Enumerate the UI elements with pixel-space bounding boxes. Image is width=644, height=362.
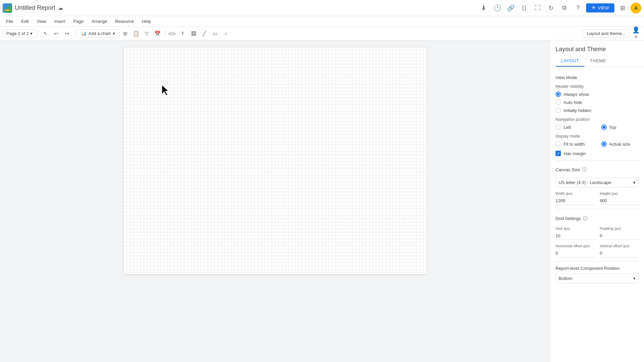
padding-value[interactable]: 0 [600,232,639,240]
undo-btn[interactable]: ↩ [51,29,62,39]
cloud-save-icon[interactable]: ☁ [58,5,63,11]
grid-size-value[interactable]: 10 [556,232,595,240]
canvas-size-label: Canvas Size [556,167,580,172]
menu-view[interactable]: View [33,17,49,25]
radio-always-show[interactable]: Always show [556,92,639,97]
apps-icon[interactable]: ⊞ [617,3,628,13]
v-offset-value[interactable]: 0 [600,249,639,257]
top-right-controls: ⬇ 🕐 🔗 ⟨⟩ ⛶ ↻ ⧉ ? 👁 VIEW ⊞ A [478,3,641,13]
radio-auto-hide[interactable]: Auto hide [556,100,639,105]
h-offset-value[interactable]: 0 [556,249,595,257]
view-icon: 👁 [592,5,596,10]
rect-btn[interactable]: ▭ [210,29,220,39]
avatar[interactable]: A [631,3,641,13]
radio-auto-hide-circle [556,100,561,105]
layout-theme-btn[interactable]: Layout and theme... [582,29,630,38]
canvas-size-select[interactable]: US letter (4:3) - Landscape ▾ [556,178,639,187]
height-value[interactable]: 900 [600,197,639,205]
select-tool[interactable]: ↖ [41,29,51,39]
menu-file[interactable]: File [3,17,16,25]
top-bar: Untitled Report ☁ ⬇ 🕐 🔗 ⟨⟩ ⛶ ↻ ⧉ ? 👁 VIE… [0,0,644,16]
display-mode-label: Display mode [556,134,639,139]
menu-insert[interactable]: Insert [51,17,69,25]
radio-fit-width[interactable]: Fit to width [556,141,593,147]
page-selector-chevron: ▾ [30,31,33,36]
menu-resource[interactable]: Resource [112,17,137,25]
svg-rect-1 [7,7,10,9]
chart-icon: 📊 [81,31,86,36]
add-chart-btn[interactable]: 📊 Add a chart ▾ [77,29,120,38]
component-position-label: Report-level Component Position [556,266,639,271]
panel-body: View Mode Header visibility Always show … [550,67,644,293]
embed-code-btn[interactable]: </> [167,29,177,39]
help-icon[interactable]: ? [573,3,583,13]
view-button[interactable]: 👁 VIEW [586,3,614,12]
add-chart-chevron: ▾ [113,31,115,36]
history-icon[interactable]: 🕐 [492,3,503,13]
app-logo [3,3,12,13]
radio-nav-left-circle [556,124,561,130]
download-icon[interactable]: ⬇ [478,3,489,13]
date-range-btn[interactable]: 📅 [152,29,163,39]
link-icon[interactable]: 🔗 [505,3,516,13]
has-margin-option[interactable]: Has margin [556,151,639,156]
h-offset-label: Horizontal offset (px) [556,244,595,248]
radio-auto-hide-label: Auto hide [564,100,582,105]
radio-fit-width-label: Fit to width [564,142,585,147]
divider-grid [556,209,639,209]
refresh-icon[interactable]: ↻ [546,3,557,13]
line-btn[interactable]: ╱ [199,29,209,39]
radio-nav-left[interactable]: Left [556,124,593,130]
radio-initially-hidden-label: Initially hidden [564,108,591,113]
svg-marker-3 [162,85,169,96]
header-visibility-group: Always show Auto hide Initially hidden [556,92,639,113]
menu-page[interactable]: Page [70,17,87,25]
canvas-dimensions-row: Width (px) 1200 Height (px) 900 [556,191,639,205]
svg-rect-0 [5,5,7,9]
radio-nav-top[interactable]: Top [601,124,639,130]
radio-actual-size[interactable]: Actual size [601,141,639,147]
height-group: Height (px) 900 [600,191,639,205]
divider-3 [165,30,165,38]
panel-title: Layout and Theme [550,40,644,56]
menu-bar: File Edit View Insert Page Arrange Resou… [0,16,644,27]
scorecard-btn[interactable]: 📋 [131,29,141,39]
menu-edit[interactable]: Edit [18,17,32,25]
circle-btn[interactable]: ○ [221,29,231,39]
canvas-area[interactable]: ▲ [0,40,550,362]
grid-size-group: Size (px) 10 [556,226,595,240]
width-value[interactable]: 1200 [556,197,595,205]
fullscreen-icon[interactable]: ⛶ [532,3,543,13]
share-people-icon[interactable]: 👤+ [631,28,641,39]
redo-btn[interactable]: ↪ [62,29,72,39]
tab-theme[interactable]: THEME [584,56,611,67]
svg-rect-2 [5,9,10,11]
has-margin-checkbox [556,151,561,156]
radio-nav-top-label: Top [609,125,616,130]
menu-arrange[interactable]: Arrange [88,17,110,25]
component-position-select[interactable]: Bottom ▾ [556,274,639,283]
text-btn[interactable]: T [178,29,188,39]
embed-icon[interactable]: ⟨⟩ [519,3,530,13]
page-selector[interactable]: Page 2 of 2 ▾ [3,29,36,38]
v-offset-label: Vertical offset (px) [600,244,639,248]
grid-size-label: Size (px) [556,226,595,230]
canvas-size-chevron: ▾ [633,180,636,185]
tab-layout[interactable]: LAYOUT [556,56,584,67]
canvas-size-info-icon[interactable]: ⓘ [582,167,587,173]
radio-nav-left-label: Left [564,125,571,130]
header-visibility-label: Header visibility [556,84,639,89]
filter-btn[interactable]: ▽ [142,29,152,39]
canvas-size-value: US letter (4:3) - Landscape [559,180,611,185]
grid-settings-info-icon[interactable]: ⓘ [583,216,587,222]
copy-icon[interactable]: ⧉ [559,3,570,13]
menu-help[interactable]: Help [139,17,154,25]
image-btn[interactable]: 🖼 [188,29,199,39]
width-label: Width (px) [556,191,595,195]
main-content: ▲ Layout and Theme LAYOUT THEME View Mod… [0,40,644,362]
radio-actual-size-circle [601,141,607,147]
padding-label: Padding (px) [600,226,639,230]
table-btn[interactable]: ⊞ [120,29,130,39]
report-title[interactable]: Untitled Report [15,4,55,11]
radio-initially-hidden[interactable]: Initially hidden [556,108,639,113]
